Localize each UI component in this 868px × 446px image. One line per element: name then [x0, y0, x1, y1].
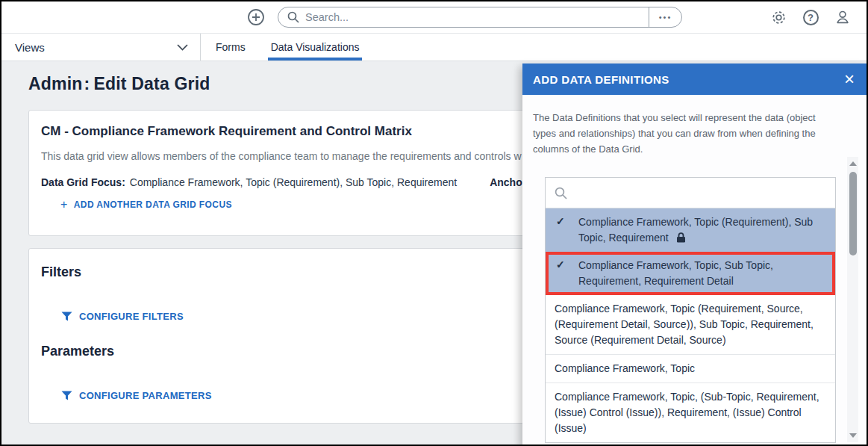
definition-search-input[interactable]	[573, 187, 826, 199]
definition-list: ✓Compliance Framework, Topic (Requiremen…	[546, 208, 835, 443]
definition-search	[546, 178, 835, 208]
modal-scrollbar	[847, 157, 858, 442]
add-data-grid-focus-label: ADD ANOTHER DATA GRID FOCUS	[74, 199, 232, 210]
definition-option[interactable]: ✓Compliance Framework, Topic (Requiremen…	[546, 208, 835, 252]
tab-data-visualizations[interactable]: Data Visualizations	[268, 34, 363, 61]
modal-description: The Data Definitions that you select wil…	[533, 110, 833, 157]
top-bar: ••• ?	[1, 1, 867, 33]
views-dropdown-label: Views	[15, 41, 45, 54]
definition-option-label: Compliance Framework, Topic	[555, 362, 695, 374]
search-options-icon[interactable]: •••	[649, 7, 681, 27]
definition-option[interactable]: ✓Compliance Framework, Topic, Sub Topic,…	[546, 252, 835, 295]
search-icon	[555, 187, 567, 199]
add-data-definitions-modal: ADD DATA DEFINITIONS × The Data Definiti…	[522, 64, 867, 446]
focus-value: Compliance Framework, Topic (Requirement…	[130, 176, 457, 188]
help-icon[interactable]: ?	[802, 8, 819, 26]
check-icon: ✓	[556, 214, 565, 229]
search-input[interactable]	[299, 11, 649, 23]
modal-title: ADD DATA DEFINITIONS	[533, 73, 669, 86]
lock-icon	[676, 232, 686, 243]
check-icon: ✓	[556, 257, 565, 273]
configure-filters-label: CONFIGURE FILTERS	[79, 311, 184, 322]
top-bar-actions: ?	[769, 8, 852, 26]
page-title-separator: :	[83, 74, 94, 93]
scroll-up-icon[interactable]	[849, 161, 857, 166]
scrollbar-thumb[interactable]	[849, 172, 857, 255]
definition-option-label: Compliance Framework, Topic (Requirement…	[578, 216, 813, 244]
definition-option-label: Compliance Framework, Topic, Sub Topic, …	[578, 259, 773, 287]
page-title-prefix: Admin	[28, 74, 83, 93]
filter-funnel-icon	[61, 391, 72, 400]
definition-listbox: ✓Compliance Framework, Topic (Requiremen…	[545, 177, 836, 443]
definition-option[interactable]: Compliance Framework, Topic, (Sub-Topic,…	[546, 383, 835, 443]
app-window: ••• ? Views	[0, 0, 868, 446]
page-title-main: Edit Data Grid	[93, 74, 210, 93]
definition-option-label: Compliance Framework, Topic, (Sub-Topic,…	[555, 391, 819, 434]
user-profile-icon[interactable]	[834, 8, 852, 26]
definition-option[interactable]: Compliance Framework, Topic (Requirement…	[546, 295, 835, 355]
filter-funnel-icon	[61, 312, 72, 321]
plus-icon: +	[60, 200, 68, 209]
views-dropdown[interactable]: Views	[1, 34, 201, 61]
tab-forms[interactable]: Forms	[213, 34, 249, 61]
view-nav: Views Forms Data Visualizations	[1, 33, 867, 61]
scroll-down-icon[interactable]	[849, 433, 857, 438]
chevron-down-icon	[177, 44, 188, 51]
close-icon[interactable]: ×	[844, 72, 855, 87]
definition-option-label: Compliance Framework, Topic (Requirement…	[555, 303, 814, 346]
search-icon	[287, 11, 299, 23]
modal-header: ADD DATA DEFINITIONS ×	[522, 64, 867, 95]
focus-label: Data Grid Focus:	[41, 176, 125, 188]
settings-gear-icon[interactable]	[769, 8, 787, 26]
configure-parameters-label: CONFIGURE PARAMETERS	[79, 390, 212, 401]
add-icon[interactable]	[247, 8, 265, 26]
definition-option[interactable]: Compliance Framework, Topic	[546, 355, 835, 383]
global-search: •••	[278, 7, 682, 28]
